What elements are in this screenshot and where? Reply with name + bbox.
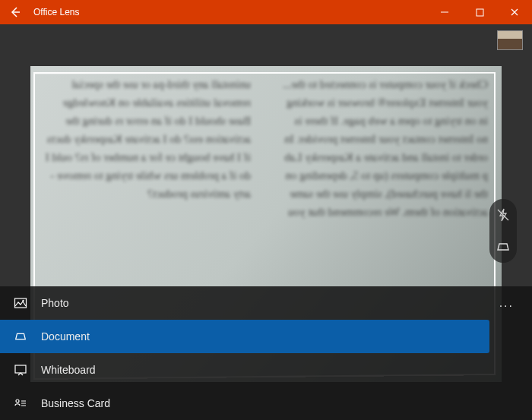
mode-label: Photo (41, 297, 69, 309)
maximize-icon (476, 8, 484, 17)
mode-item-photo[interactable]: Photo ... (0, 286, 532, 320)
close-button[interactable] (497, 0, 532, 24)
business-card-icon (11, 396, 30, 410)
flash-toggle[interactable] (492, 204, 515, 226)
minimize-icon (440, 8, 449, 17)
flash-off-icon (496, 207, 511, 223)
camera-thumbnail[interactable] (497, 30, 523, 50)
photo-icon (11, 296, 30, 310)
scan-angle-icon (496, 239, 511, 254)
preview-top-strip (0, 24, 532, 56)
mode-item-document[interactable]: Document (0, 320, 489, 353)
camera-stage: Check if your computer is connected to t… (0, 24, 532, 420)
mode-list: Photo ... Document Whiteboard Business C… (0, 286, 532, 420)
titlebar: Office Lens (0, 0, 532, 24)
svg-point-4 (16, 399, 19, 403)
maximize-button[interactable] (462, 0, 497, 24)
more-button[interactable]: ... (492, 296, 521, 310)
back-arrow-icon (9, 6, 21, 18)
mode-label: Business Card (41, 397, 110, 409)
mode-item-whiteboard[interactable]: Whiteboard (0, 353, 532, 387)
document-icon (11, 330, 30, 343)
app-title: Office Lens (30, 7, 79, 17)
svg-rect-0 (477, 9, 483, 16)
svg-rect-3 (15, 365, 26, 373)
mode-label: Whiteboard (41, 364, 96, 376)
svg-point-2 (22, 300, 24, 302)
close-icon (510, 8, 519, 17)
scan-angle-toggle[interactable] (492, 235, 515, 258)
side-control-pill (489, 199, 517, 263)
whiteboard-icon (11, 363, 30, 377)
mode-item-business-card[interactable]: Business Card (0, 387, 532, 420)
back-button[interactable] (0, 0, 30, 24)
mode-label: Document (41, 330, 90, 343)
window-controls (427, 0, 532, 24)
svg-rect-1 (15, 298, 27, 308)
minimize-button[interactable] (427, 0, 462, 24)
